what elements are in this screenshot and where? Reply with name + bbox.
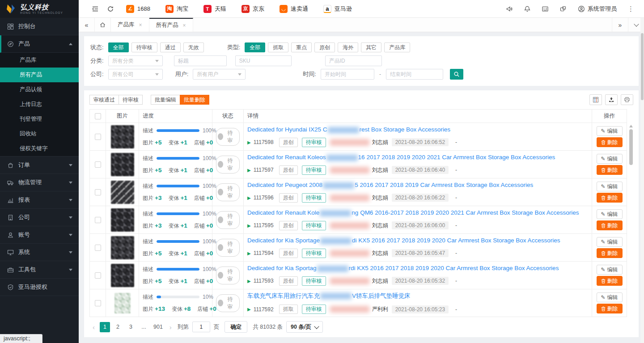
apps-grid-icon[interactable] <box>538 0 553 18</box>
product-image-blurred[interactable] <box>111 208 134 232</box>
sidebar-subitem-5[interactable]: 刊登管理 <box>0 112 79 127</box>
start-time-input[interactable] <box>321 69 374 80</box>
brand-logo[interactable]: 弘义科技 HONG YI TECHNOLOGY <box>0 0 79 18</box>
theme-switch-icon[interactable] <box>555 0 571 18</box>
edit-button[interactable]: ✎编辑 <box>597 292 623 302</box>
row-checkbox[interactable] <box>95 272 101 279</box>
status-option-1[interactable]: 全部 <box>108 42 129 52</box>
delete-button[interactable]: 删除 <box>597 193 623 203</box>
platform-amazon[interactable]: a亚马逊 <box>323 5 352 13</box>
page-button-3[interactable]: 3 <box>126 322 136 332</box>
collapse-sidebar-icon[interactable] <box>88 0 103 18</box>
tabs-scroll-right-icon[interactable]: » <box>612 18 628 32</box>
sidebar-subitem-7[interactable]: 侵权关键字 <box>0 141 79 156</box>
page-button-901[interactable]: 901 <box>152 322 165 332</box>
delete-button[interactable]: 删除 <box>597 276 623 286</box>
tab-active-1[interactable]: 所有产品× <box>149 18 193 32</box>
sidebar-item-dashboard[interactable]: 控制台 <box>0 18 79 35</box>
edit-button[interactable]: ✎编辑 <box>597 126 623 136</box>
sidebar-subitem-4[interactable]: 上传日志 <box>0 97 79 112</box>
type-option-1[interactable]: 全部 <box>245 42 265 52</box>
play-icon[interactable]: ▶ <box>247 251 251 256</box>
user-menu[interactable]: 系统管理员 <box>573 5 621 13</box>
type-option-5[interactable]: 海外 <box>338 42 358 52</box>
product-title-link[interactable]: 车载充气床车用旅行汽车充V轿车后排气垫睡觉床 <box>247 292 411 299</box>
home-tab-icon[interactable] <box>95 18 111 32</box>
page-scrollbar[interactable] <box>640 18 644 343</box>
product-title-link[interactable]: Dedicated for Hyundai IX25 Crest Box Sto… <box>247 126 450 133</box>
delete-button[interactable]: 删除 <box>597 220 623 230</box>
company-select[interactable]: 所有公司 <box>108 69 163 80</box>
row-checkbox[interactable] <box>95 217 101 223</box>
play-icon[interactable]: ▶ <box>247 279 251 284</box>
sidebar-item-logistics[interactable]: 物流管理 <box>0 174 79 191</box>
platform-tmall[interactable]: T天猫 <box>203 5 226 13</box>
next-page-icon[interactable]: › <box>167 323 174 331</box>
row-checkbox[interactable] <box>95 300 101 306</box>
product-title-link[interactable]: Dedicated for Kia Sportagrdi KX5 2016 20… <box>247 265 559 271</box>
batch-delete-button[interactable]: 批量删除 <box>180 95 209 105</box>
type-option-3[interactable]: 重点 <box>291 42 312 52</box>
sku-input[interactable] <box>235 55 292 66</box>
edit-button[interactable]: ✎编辑 <box>597 237 623 247</box>
delete-button[interactable]: 删除 <box>597 137 623 147</box>
product-image-blurred[interactable] <box>111 153 134 176</box>
platform-1688[interactable]: ∠1688 <box>126 5 150 13</box>
edit-button[interactable]: ✎编辑 <box>597 209 623 219</box>
scrollbar-thumb[interactable] <box>629 129 633 165</box>
export-button[interactable] <box>605 94 618 105</box>
select-all-checkbox[interactable] <box>95 113 101 119</box>
play-icon[interactable]: ▶ <box>247 195 251 200</box>
sidebar-item-amazon-auth[interactable]: 亚马逊授权 <box>0 279 79 296</box>
sidebar-item-system[interactable]: 系统 <box>0 244 79 261</box>
notifications-bell-icon[interactable] <box>520 0 535 18</box>
play-icon[interactable]: ▶ <box>247 140 251 145</box>
print-button[interactable] <box>621 94 633 105</box>
tabs-scroll-left-icon[interactable]: « <box>79 18 95 32</box>
product-title-link[interactable]: Dedicated for Renault Koleos16 2017 2018… <box>247 154 555 161</box>
type-option-6[interactable]: 其它 <box>361 42 381 52</box>
announcement-icon[interactable] <box>502 0 517 18</box>
product-title-link[interactable]: Dedicated for Renault Koleng QM6 2016-20… <box>247 209 579 216</box>
sidebar-subitem-3[interactable]: 产品认领 <box>0 82 79 97</box>
page-button-2[interactable]: 2 <box>113 322 123 332</box>
more-options-kebab-icon[interactable]: ⋮ <box>624 5 638 13</box>
page-scrollbar-thumb[interactable] <box>641 33 644 100</box>
approve-button[interactable]: 审核通过 <box>89 95 119 105</box>
product-title-link[interactable]: Dedicated for Peugeot 20085 2016 2017 20… <box>247 182 533 188</box>
close-icon[interactable]: × <box>139 22 142 28</box>
prev-page-icon[interactable]: ‹ <box>90 323 97 331</box>
sidebar-item-order[interactable]: 订单 <box>0 157 79 174</box>
goto-page-input[interactable] <box>192 322 210 332</box>
product-image-blurred[interactable] <box>111 264 134 287</box>
scroll-up-arrow-icon[interactable] <box>629 125 633 127</box>
row-checkbox[interactable] <box>95 161 101 168</box>
category-select[interactable]: 所有分类 <box>108 55 163 66</box>
set-pending-button[interactable]: 待审核 <box>119 95 143 105</box>
table-scrollbar[interactable] <box>629 123 633 316</box>
status-option-3[interactable]: 通过 <box>160 42 181 52</box>
play-icon[interactable]: ▶ <box>247 223 251 228</box>
sidebar-item-product[interactable]: 产品 <box>0 35 79 53</box>
close-icon[interactable]: × <box>183 22 186 29</box>
edit-button[interactable]: ✎编辑 <box>597 154 623 164</box>
row-checkbox[interactable] <box>95 245 101 251</box>
delete-button[interactable]: 删除 <box>597 165 623 175</box>
row-checkbox[interactable] <box>95 189 101 195</box>
play-icon[interactable]: ▶ <box>247 168 251 173</box>
platform-jd[interactable]: 京京东 <box>242 5 264 13</box>
status-option-4[interactable]: 无效 <box>183 42 204 52</box>
platform-aliexpress[interactable]: ◡速卖通 <box>280 5 308 13</box>
delete-button[interactable]: 删除 <box>597 304 623 313</box>
sidebar-item-company[interactable]: 公司 <box>0 209 79 226</box>
type-option-2[interactable]: 抓取 <box>268 42 288 52</box>
batch-edit-button[interactable]: 批量编辑 <box>151 95 180 105</box>
play-icon[interactable]: ▶ <box>247 307 251 312</box>
product-image-blurred[interactable] <box>114 293 131 313</box>
end-time-input[interactable] <box>386 69 443 80</box>
sidebar-subitem-6[interactable]: 回收站 <box>0 127 79 141</box>
edit-button[interactable]: ✎编辑 <box>597 265 623 275</box>
confirm-button[interactable]: 确定 <box>225 321 247 333</box>
product-id-input[interactable] <box>325 55 382 66</box>
page-size-select[interactable]: 90 条/页 <box>286 321 323 333</box>
